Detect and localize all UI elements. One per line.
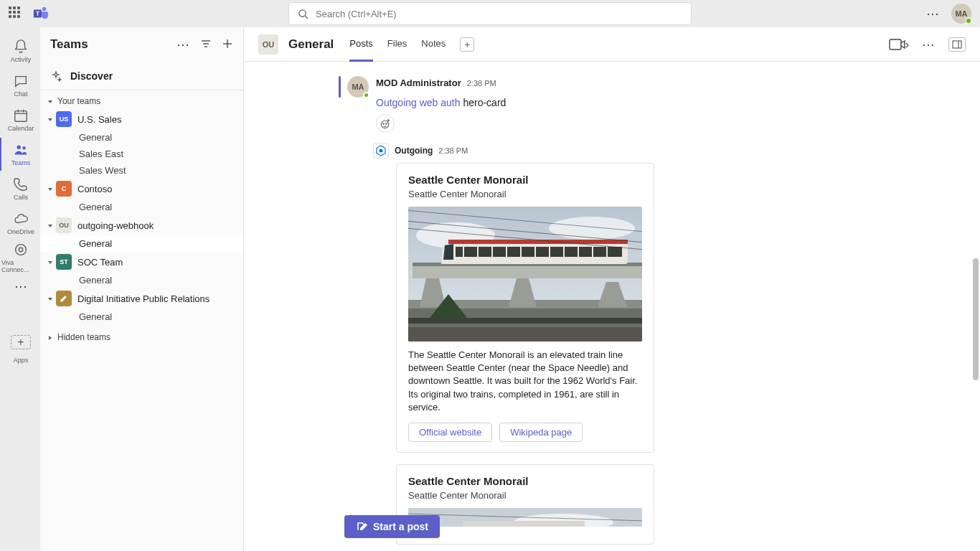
svg-point-9 (17, 146, 22, 150)
meet-button[interactable] (889, 38, 909, 51)
rail-onedrive[interactable]: OneDrive (0, 207, 40, 240)
presence-available-icon (965, 17, 972, 24)
your-teams-section[interactable]: Your teams (40, 93, 243, 109)
rail-activity[interactable]: Activity (0, 34, 40, 67)
outgoing-web-auth-link[interactable]: Outgoing web auth (376, 97, 461, 108)
svg-rect-35 (413, 265, 642, 278)
official-website-button[interactable]: Official website (408, 423, 492, 442)
channel-header: OU General Posts Files Notes + ⋯ (244, 27, 980, 62)
channel-general[interactable]: General (40, 272, 243, 288)
bell-icon (13, 39, 29, 55)
emoji-add-icon (380, 118, 391, 129)
cloud-icon (13, 211, 29, 227)
rail-calls[interactable]: Calls (0, 172, 40, 205)
message-list[interactable]: MA MOD Administrator 2:38 PM Outgoing we… (244, 62, 980, 551)
message: MA MOD Administrator 2:38 PM Outgoing we… (244, 73, 980, 133)
team-outgoing-webhook[interactable]: OUoutgoing-webhook (40, 215, 243, 235)
channel-general[interactable]: General (40, 129, 243, 146)
create-team-icon[interactable] (222, 38, 233, 50)
rail-apps[interactable]: +Apps (0, 330, 40, 363)
bot-name[interactable]: Outgoing (395, 146, 433, 156)
rail-viva-connections[interactable]: Viva Connec... (0, 241, 40, 274)
filter-icon[interactable] (200, 38, 212, 50)
channel-sales-east[interactable]: Sales East (40, 146, 243, 162)
rail-label: Apps (14, 357, 29, 364)
start-post-button[interactable]: Start a post (344, 515, 440, 538)
add-tab-button[interactable]: + (460, 37, 474, 52)
team-contoso[interactable]: CContoso (40, 179, 243, 199)
svg-rect-41 (477, 247, 479, 257)
teams-tree: Your teams USU.S. Sales General Sales Ea… (40, 90, 243, 551)
svg-rect-53 (408, 318, 642, 324)
svg-rect-45 (534, 247, 536, 257)
rail-label: OneDrive (7, 228, 34, 235)
pencil-icon (60, 294, 68, 303)
compose-label: Start a post (373, 521, 428, 532)
phone-icon (13, 176, 29, 192)
bot-timestamp: 2:38 PM (438, 146, 468, 155)
rail-label: Calls (14, 194, 28, 201)
team-name: Digital Initiative Public Relations (77, 293, 209, 304)
hidden-teams-section[interactable]: Hidden teams (40, 329, 243, 345)
team-name: SOC Team (77, 257, 123, 268)
channel-general[interactable]: General (40, 235, 243, 252)
rail-chat[interactable]: Chat (0, 69, 40, 102)
wikipedia-page-button[interactable]: Wikipeda page (499, 423, 583, 442)
rail-teams[interactable]: Teams (0, 138, 40, 171)
settings-more-icon[interactable]: ⋯ (926, 7, 940, 20)
discover-button[interactable]: Discover (40, 62, 243, 90)
svg-point-10 (22, 146, 25, 149)
chat-icon (13, 73, 29, 89)
svg-rect-18 (890, 39, 901, 50)
svg-point-23 (385, 123, 386, 123)
svg-rect-54 (408, 327, 642, 342)
author-name[interactable]: MOD Administrator (376, 77, 461, 88)
channel-sales-west[interactable]: Sales West (40, 162, 243, 179)
team-soc[interactable]: STSOC Team (40, 252, 243, 272)
app-launcher-icon[interactable] (9, 6, 23, 21)
channel-more-icon[interactable]: ⋯ (922, 38, 936, 51)
card-title: Seattle Center Monorail (408, 174, 642, 186)
channel-general[interactable]: General (40, 199, 243, 215)
rail-calendar[interactable]: Calendar (0, 103, 40, 136)
search-input[interactable] (316, 9, 682, 19)
search-box[interactable] (289, 3, 691, 24)
teams-logo-icon: T (33, 6, 49, 22)
compose-icon (356, 521, 367, 532)
svg-rect-39 (454, 247, 622, 257)
team-avatar: US (56, 111, 72, 127)
rail-more[interactable]: ⋯ (0, 276, 40, 297)
add-reaction-button[interactable] (376, 114, 395, 133)
svg-rect-48 (578, 247, 579, 257)
message-body: Outgoing web auth hero-card (376, 97, 963, 108)
team-name: outgoing-webhook (77, 220, 154, 231)
team-us-sales[interactable]: USU.S. Sales (40, 109, 243, 129)
svg-rect-44 (520, 247, 522, 257)
svg-rect-40 (463, 247, 464, 257)
svg-rect-60 (463, 521, 585, 527)
svg-point-11 (16, 245, 27, 255)
svg-point-29 (549, 217, 635, 240)
author-avatar[interactable]: MA (347, 76, 369, 98)
rail-label: Teams (11, 159, 31, 166)
svg-point-21 (381, 121, 388, 128)
svg-line-4 (305, 16, 308, 19)
team-digital-initiative[interactable]: Digital Initiative Public Relations (40, 288, 243, 309)
svg-rect-47 (563, 247, 565, 257)
tab-posts[interactable]: Posts (349, 27, 373, 62)
toggle-pane-icon[interactable] (948, 37, 966, 52)
svg-rect-49 (592, 247, 593, 257)
channel-general[interactable]: General (40, 309, 243, 325)
svg-rect-51 (448, 240, 456, 244)
tab-notes[interactable]: Notes (421, 27, 446, 62)
teams-more-icon[interactable]: ⋯ (176, 38, 190, 51)
tab-files[interactable]: Files (387, 27, 407, 62)
channel-content: OU General Posts Files Notes + ⋯ MA MOD … (244, 27, 980, 551)
user-avatar[interactable]: MA (951, 4, 971, 24)
svg-point-22 (383, 123, 384, 123)
svg-point-12 (19, 248, 23, 252)
people-icon (13, 142, 29, 158)
bot-avatar[interactable] (373, 143, 389, 159)
svg-rect-50 (606, 247, 608, 257)
scrollbar-thumb[interactable] (973, 258, 979, 380)
